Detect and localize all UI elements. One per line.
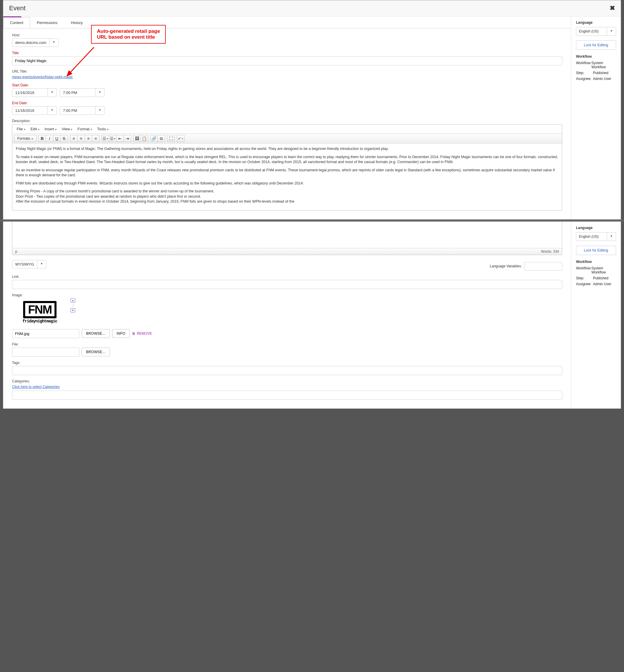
tags-input[interactable] bbox=[12, 366, 562, 375]
check-icon[interactable]: ✔▼ bbox=[177, 135, 184, 142]
lock-for-editing-button[interactable]: Lock for Editing bbox=[576, 245, 616, 255]
sidebar-upper: Language English (US) ▼ Lock for Editing… bbox=[571, 17, 621, 219]
workflow-row: Workflow:System Workflow bbox=[576, 266, 616, 274]
start-date-label: Start Date: bbox=[12, 83, 562, 87]
image-remove-button[interactable]: 🗑 REMOVE bbox=[132, 332, 152, 336]
image-size-down-icon[interactable]: ▼ bbox=[71, 308, 75, 312]
editor-toolbar: Formats▼ B I U S ≡ ≡ ≡ ≡ ☰▼ ☰▼ bbox=[12, 134, 562, 144]
start-time-picker[interactable]: 7:00 PM ▼ bbox=[60, 88, 105, 97]
dialog-header: Event ✖ bbox=[3, 0, 621, 17]
menu-edit[interactable]: Edit▼ bbox=[29, 126, 41, 132]
align-right-icon[interactable]: ≡ bbox=[85, 135, 92, 142]
language-value: English (US) bbox=[576, 232, 607, 241]
menu-format[interactable]: Format▼ bbox=[76, 126, 94, 132]
chevron-down-icon[interactable]: ▼ bbox=[49, 38, 58, 47]
menu-file[interactable]: File▼ bbox=[15, 126, 27, 132]
editor-paragraph: Friday Night Magic (or FNM) is a format … bbox=[16, 147, 558, 152]
numbered-list-icon[interactable]: ☰▼ bbox=[109, 135, 116, 142]
indent-icon[interactable]: ⇥ bbox=[124, 135, 131, 142]
language-select[interactable]: English (US) ▼ bbox=[576, 232, 616, 241]
rich-text-editor: File▼ Edit▼ Insert▼ View▼ Format▼ Tools▼… bbox=[12, 124, 562, 210]
insert-image-icon[interactable]: 🖼 bbox=[133, 135, 141, 142]
chevron-down-icon[interactable]: ▼ bbox=[47, 89, 56, 97]
event-dialog-upper: Event ✖ Content Permissions History Auto… bbox=[3, 0, 621, 219]
file-browse-button[interactable]: BROWSE... bbox=[82, 347, 110, 356]
bold-icon[interactable]: B bbox=[38, 135, 46, 142]
file-input[interactable] bbox=[12, 347, 79, 357]
link-label: Link: bbox=[12, 275, 562, 279]
close-icon[interactable]: ✖ bbox=[610, 4, 615, 12]
chevron-down-icon[interactable]: ▼ bbox=[37, 260, 46, 268]
editor-statusbar: p Words: 334 bbox=[12, 248, 562, 255]
categories-input[interactable] bbox=[12, 391, 562, 400]
link-input[interactable] bbox=[12, 280, 562, 289]
editor-continuation: p Words: 334 bbox=[12, 222, 562, 255]
categories-label: Categories: bbox=[12, 379, 562, 383]
language-value: English (US) bbox=[576, 27, 607, 35]
image-filename-input[interactable] bbox=[12, 329, 79, 338]
end-date-picker[interactable]: 11/16/2018 ▼ bbox=[12, 106, 57, 115]
image-size-up-icon[interactable]: ▲ bbox=[71, 299, 75, 303]
menu-tools[interactable]: Tools▼ bbox=[96, 126, 110, 132]
host-select[interactable]: demo.dotcms.com ▼ bbox=[12, 38, 58, 47]
image-label: Image: bbox=[12, 293, 562, 297]
italic-icon[interactable]: I bbox=[46, 135, 53, 142]
tab-permissions[interactable]: Permissions bbox=[30, 17, 64, 28]
workflow-heading: Workflow bbox=[576, 260, 616, 264]
resize-handle-icon[interactable] bbox=[73, 304, 73, 307]
annotation-line1: Auto-generated retail page bbox=[97, 28, 160, 34]
annotation-line2: URL based on event title bbox=[97, 34, 160, 40]
paste-icon[interactable]: 📋 bbox=[140, 135, 148, 142]
end-time-picker[interactable]: 7:00 PM ▼ bbox=[60, 106, 105, 115]
editor-mode-select[interactable]: WYSIWYG ▼ bbox=[12, 260, 46, 268]
language-select[interactable]: English (US) ▼ bbox=[576, 27, 616, 36]
menu-view[interactable]: View▼ bbox=[60, 126, 74, 132]
chevron-down-icon[interactable]: ▼ bbox=[607, 27, 616, 35]
svg-line-1 bbox=[67, 47, 94, 76]
fullscreen-icon[interactable]: ⛶ bbox=[167, 135, 175, 142]
tab-history[interactable]: History bbox=[64, 17, 89, 28]
language-variables-input[interactable] bbox=[524, 262, 562, 270]
unlink-icon[interactable]: ⧉ bbox=[158, 135, 165, 142]
link-icon[interactable]: 🔗 bbox=[150, 135, 158, 142]
align-left-icon[interactable]: ≡ bbox=[70, 135, 78, 142]
outdent-icon[interactable]: ⇤ bbox=[116, 135, 124, 142]
strikethrough-icon[interactable]: S bbox=[60, 135, 68, 142]
chevron-down-icon[interactable]: ▼ bbox=[95, 107, 104, 114]
image-thumbnail: FNM fridaynightmagic bbox=[12, 299, 68, 326]
annotation-arrow-icon bbox=[65, 47, 100, 79]
editor-paragraph: To make it easier on newer players, FNM … bbox=[16, 155, 558, 165]
sidebar-lower: Language English (US) ▼ Lock for Editing… bbox=[571, 222, 621, 409]
editor-body[interactable]: Friday Night Magic (or FNM) is a format … bbox=[12, 144, 562, 210]
url-title-link[interactable]: /news-events/events/friday-night-magic bbox=[12, 75, 73, 79]
align-justify-icon[interactable]: ≡ bbox=[92, 135, 100, 142]
editor-paragraph: As an incentive to encourage regular par… bbox=[16, 168, 558, 178]
chevron-down-icon[interactable]: ▼ bbox=[47, 107, 56, 114]
tab-content[interactable]: Content bbox=[3, 17, 30, 28]
editor-body-continuation[interactable] bbox=[12, 222, 562, 248]
categories-link[interactable]: Click here to select Categories bbox=[12, 385, 60, 389]
annotation-callout: Auto-generated retail page URL based on … bbox=[91, 25, 166, 44]
lock-for-editing-button[interactable]: Lock for Editing bbox=[576, 41, 616, 50]
image-info-button[interactable]: INFO bbox=[112, 329, 130, 338]
start-date-picker[interactable]: 11/16/2018 ▼ bbox=[12, 88, 57, 97]
description-label: Description: bbox=[12, 119, 562, 123]
editor-word-count: Words: 334 bbox=[541, 250, 559, 254]
align-center-icon[interactable]: ≡ bbox=[77, 135, 85, 142]
image-browse-button[interactable]: BROWSE... bbox=[82, 329, 110, 338]
language-heading: Language bbox=[576, 226, 616, 230]
dialog-title: Event bbox=[9, 4, 25, 12]
assignee-row: Assignee:Admin User bbox=[576, 77, 616, 81]
main-column: Content Permissions History Auto-generat… bbox=[3, 17, 571, 219]
menu-insert[interactable]: Insert▼ bbox=[43, 126, 58, 132]
editor-mode-value: WYSIWYG bbox=[12, 260, 37, 268]
formats-dropdown[interactable]: Formats▼ bbox=[14, 135, 36, 142]
underline-icon[interactable]: U bbox=[53, 135, 61, 142]
chevron-down-icon[interactable]: ▼ bbox=[607, 232, 616, 241]
chevron-down-icon[interactable]: ▼ bbox=[95, 89, 104, 97]
workflow-heading: Workflow bbox=[576, 54, 616, 58]
tab-bar: Content Permissions History bbox=[3, 17, 571, 28]
bullet-list-icon[interactable]: ☰▼ bbox=[102, 135, 109, 142]
event-dialog-lower: p Words: 334 WYSIWYG ▼ Language Variable… bbox=[3, 222, 621, 409]
start-time-value: 7:00 PM bbox=[60, 89, 95, 97]
